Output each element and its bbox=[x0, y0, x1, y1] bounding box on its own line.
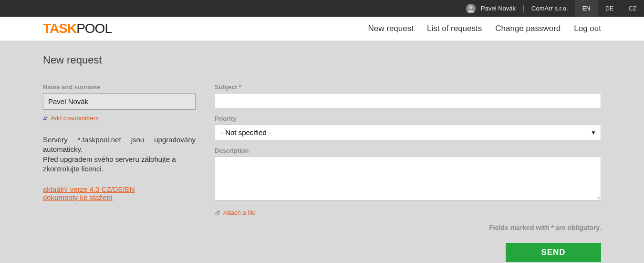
user-block: Pavel Novák ComArr s.r.o. bbox=[466, 3, 568, 14]
priority-label: Priority bbox=[215, 115, 601, 122]
send-row: SEND bbox=[215, 243, 601, 262]
avatar-icon bbox=[466, 3, 476, 14]
page-content: New request Name and surname Add cosubmi… bbox=[0, 41, 644, 263]
lang-en[interactable]: EN bbox=[575, 0, 598, 17]
add-cosubmitters-row: Add cosubmitters bbox=[43, 115, 196, 122]
info-links: aktuální verze 4.0 CZ/DE/EN dokumenty ke… bbox=[43, 185, 196, 201]
subject-field: Subject * bbox=[215, 84, 601, 108]
right-column: Subject * Priority - Not specified - ▼ D… bbox=[215, 84, 601, 262]
send-button[interactable]: SEND bbox=[506, 243, 601, 262]
info-line-2: Před upgradem svého serveru zálohujte a … bbox=[43, 155, 176, 173]
logo-part2: POOL bbox=[76, 21, 112, 36]
info-link-download[interactable]: dokumenty ke stažení bbox=[43, 193, 196, 201]
form-container: Name and surname Add cosubmitters Server… bbox=[43, 84, 601, 262]
nav-log-out[interactable]: Log out bbox=[574, 24, 601, 33]
lang-de[interactable]: DE bbox=[598, 0, 621, 17]
nav-change-password[interactable]: Change password bbox=[495, 24, 561, 33]
language-switcher: EN DE CZ bbox=[575, 0, 644, 17]
info-block: Servery *.taskpool.net jsou upgradovány … bbox=[43, 135, 196, 174]
info-line-1: Servery *.taskpool.net jsou upgradovány … bbox=[43, 135, 196, 155]
info-link-version[interactable]: aktuální verze 4.0 CZ/DE/EN bbox=[43, 185, 196, 193]
add-cosubmitters-link[interactable]: Add cosubmitters bbox=[51, 115, 98, 122]
lang-cz[interactable]: CZ bbox=[621, 0, 644, 17]
attach-row: Attach a file bbox=[215, 209, 601, 216]
attach-file-link[interactable]: Attach a file bbox=[223, 209, 256, 216]
navbar: TASKPOOL New request List of requests Ch… bbox=[0, 17, 644, 41]
company-label: ComArr s.r.o. bbox=[531, 5, 568, 12]
subject-label: Subject * bbox=[215, 84, 601, 91]
user-name-link[interactable]: Pavel Novák bbox=[481, 5, 516, 12]
paperclip-icon bbox=[215, 210, 220, 216]
left-column: Name and surname Add cosubmitters Server… bbox=[43, 84, 196, 262]
logo[interactable]: TASKPOOL bbox=[43, 21, 112, 36]
name-input[interactable] bbox=[43, 93, 196, 110]
subject-input[interactable] bbox=[215, 93, 601, 108]
description-field: Description bbox=[215, 147, 601, 202]
nav-list-requests[interactable]: List of requests bbox=[427, 24, 482, 33]
priority-field: Priority - Not specified - ▼ bbox=[215, 115, 601, 140]
separator bbox=[523, 5, 524, 12]
description-label: Description bbox=[215, 147, 601, 154]
page-title: New request bbox=[43, 54, 601, 66]
svg-point-1 bbox=[469, 5, 472, 9]
nav-links: New request List of requests Change pass… bbox=[368, 24, 601, 33]
user-add-icon bbox=[43, 116, 49, 121]
topbar: Pavel Novák ComArr s.r.o. EN DE CZ bbox=[0, 0, 644, 17]
description-textarea[interactable] bbox=[215, 157, 601, 200]
obligatory-note: Fields marked with * are obligatory. bbox=[215, 224, 601, 231]
priority-select[interactable]: - Not specified - bbox=[215, 125, 601, 140]
name-label: Name and surname bbox=[43, 84, 196, 91]
logo-part1: TASK bbox=[43, 21, 76, 36]
nav-new-request[interactable]: New request bbox=[368, 24, 414, 33]
